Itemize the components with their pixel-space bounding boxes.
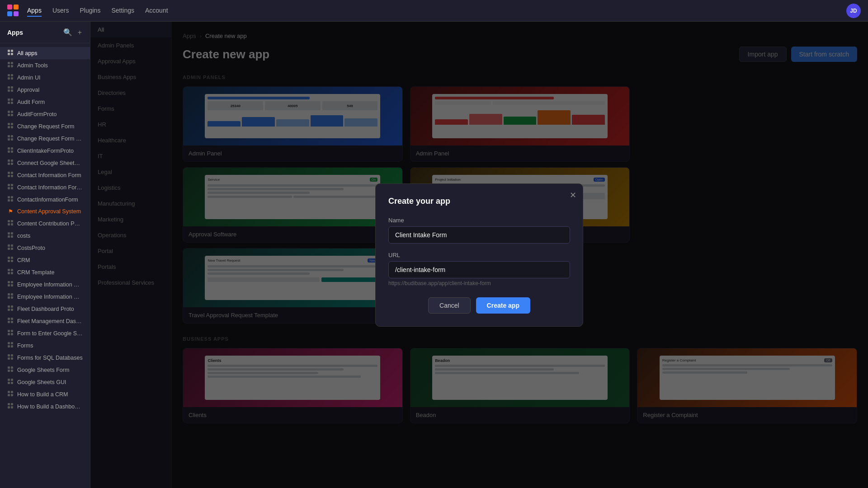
cancel-button[interactable]: Cancel — [428, 297, 471, 314]
svg-rect-59 — [11, 235, 13, 238]
sidebar-label-fleet-mgmt: Fleet Management Dashboard — [17, 318, 83, 324]
sidebar-label-forms-sql: Forms for SQL Databases — [17, 355, 83, 361]
svg-rect-67 — [11, 260, 13, 262]
svg-rect-74 — [8, 284, 10, 286]
sidebar-item-contact-info[interactable]: Contact Information Form — [0, 169, 90, 181]
svg-rect-30 — [8, 138, 10, 141]
sidebar-item-fleet-mgmt[interactable]: Fleet Management Dashboard — [0, 315, 90, 327]
sidebar-item-all-apps[interactable]: All apps — [0, 47, 90, 59]
svg-rect-88 — [8, 330, 10, 332]
svg-rect-14 — [8, 89, 10, 92]
svg-rect-52 — [8, 220, 10, 222]
sidebar-item-google-sheets-data[interactable]: Form to Enter Google Sheets Data — [0, 327, 90, 339]
google-sheets-gui-icon — [7, 379, 14, 385]
sidebar-item-employee-info-proto[interactable]: Employee Information Form Proto — [0, 291, 90, 303]
sidebar-item-contact-info-proto[interactable]: Contact Information Form Proto — [0, 181, 90, 193]
sidebar-item-crm-template[interactable]: CRM Template — [0, 266, 90, 278]
sidebar-item-google-sheets-gui[interactable]: Google Sheets GUI — [0, 376, 90, 388]
sidebar-item-audit-form[interactable]: Audit Form — [0, 96, 90, 108]
costs-icon — [7, 232, 14, 239]
create-app-modal: ✕ Create your app Name URL https://budib… — [375, 183, 583, 327]
svg-rect-38 — [8, 163, 10, 165]
svg-rect-69 — [11, 269, 13, 271]
sidebar-item-approval[interactable]: Approval — [0, 84, 90, 96]
sidebar-item-how-crm[interactable]: How to Build a CRM — [0, 388, 90, 400]
svg-rect-56 — [8, 232, 10, 235]
sidebar-item-costs-proto[interactable]: CostsProto — [0, 242, 90, 254]
create-app-button[interactable]: Create app — [476, 297, 530, 314]
svg-rect-51 — [11, 199, 13, 202]
sidebar-label-audit-form-proto: AuditFormProto — [17, 111, 57, 117]
svg-rect-16 — [8, 99, 10, 101]
svg-rect-64 — [8, 257, 10, 259]
sidebar-label-approval: Approval — [17, 87, 39, 93]
svg-rect-76 — [8, 293, 10, 296]
approval-icon — [7, 86, 14, 93]
svg-rect-114 — [8, 406, 10, 408]
sidebar-item-admin-ui[interactable]: Admin UI — [0, 71, 90, 84]
sidebar: Apps 🔍 + All apps Admin Tools Admin UI — [0, 22, 90, 488]
svg-rect-36 — [8, 160, 10, 162]
crm-icon — [7, 257, 14, 263]
sidebar-item-change-request[interactable]: Change Request Form — [0, 120, 90, 132]
svg-rect-0 — [8, 50, 10, 52]
sidebar-item-forms-sql[interactable]: Forms for SQL Databases — [0, 352, 90, 364]
add-app-button[interactable]: + — [77, 27, 83, 38]
search-button[interactable]: 🔍 — [62, 27, 73, 38]
svg-rect-91 — [11, 333, 13, 335]
sidebar-item-client-intake-proto[interactable]: ClientIntakeFormProto — [0, 145, 90, 157]
svg-rect-78 — [8, 296, 10, 299]
nav-right: JD — [846, 4, 861, 18]
svg-rect-70 — [8, 272, 10, 274]
sidebar-label-crm: CRM — [17, 257, 30, 263]
sidebar-label-connect-google: Connect Google Sheets to Postg... — [17, 160, 83, 166]
sidebar-item-contact-info-form[interactable]: ContactInformationForm — [0, 193, 90, 206]
sidebar-item-fleet-dashboard-proto[interactable]: Fleet Dashboard Proto — [0, 303, 90, 315]
sidebar-item-costs[interactable]: costs — [0, 230, 90, 242]
sidebar-item-crm[interactable]: CRM — [0, 254, 90, 266]
sidebar-item-forms[interactable]: Forms — [0, 339, 90, 352]
svg-rect-101 — [11, 366, 13, 369]
svg-rect-92 — [8, 342, 10, 344]
svg-rect-33 — [11, 147, 13, 150]
content-contrib-icon — [7, 220, 14, 227]
svg-rect-1 — [11, 50, 13, 52]
nav-settings[interactable]: Settings — [111, 5, 134, 17]
sidebar-label-client-intake-proto: ClientIntakeFormProto — [17, 148, 74, 154]
sidebar-item-content-approval[interactable]: ⚑ Content Approval System — [0, 206, 90, 217]
sidebar-item-google-sheets-form[interactable]: Google Sheets Form — [0, 364, 90, 376]
sidebar-item-admin-tools[interactable]: Admin Tools — [0, 59, 90, 71]
admin-tools-icon — [7, 62, 14, 69]
svg-rect-49 — [11, 196, 13, 198]
modal-actions: Cancel Create app — [388, 297, 570, 314]
modal-close-button[interactable]: ✕ — [570, 190, 576, 200]
name-input[interactable] — [388, 226, 570, 244]
svg-rect-77 — [11, 293, 13, 296]
sidebar-item-employee-info[interactable]: Employee Information Form — [0, 278, 90, 291]
nav-users[interactable]: Users — [52, 5, 69, 17]
sidebar-item-content-contrib[interactable]: Content Contribution Portal — [0, 217, 90, 230]
sidebar-label-contact-info-form: ContactInformationForm — [17, 197, 78, 203]
sidebar-item-change-request-proto[interactable]: Change Request Form Proto — [0, 132, 90, 145]
modal-overlay: ✕ Create your app Name URL https://budib… — [90, 22, 868, 488]
sidebar-item-how-dashboard[interactable]: How to Build a Dashboard — [0, 400, 90, 413]
svg-rect-83 — [11, 309, 13, 311]
avatar[interactable]: JD — [846, 4, 861, 18]
sidebar-label-all-apps: All apps — [17, 50, 37, 56]
url-field: URL https://budibase.app/app/client-inta… — [388, 252, 570, 286]
svg-rect-86 — [8, 321, 10, 323]
svg-rect-71 — [11, 272, 13, 274]
url-input[interactable] — [388, 261, 570, 278]
nav-plugins[interactable]: Plugins — [80, 5, 100, 17]
svg-rect-24 — [8, 123, 10, 125]
how-dashboard-icon — [7, 403, 14, 410]
svg-rect-26 — [8, 126, 10, 128]
sidebar-label-contact-info-proto: Contact Information Form Proto — [17, 184, 83, 191]
svg-rect-4 — [8, 62, 10, 64]
sidebar-label-change-request: Change Request Form — [17, 123, 74, 130]
sidebar-item-connect-google[interactable]: Connect Google Sheets to Postg... — [0, 157, 90, 169]
nav-apps[interactable]: Apps — [27, 5, 42, 17]
nav-account[interactable]: Account — [145, 5, 168, 17]
sidebar-item-audit-form-proto[interactable]: AuditFormProto — [0, 108, 90, 120]
svg-rect-87 — [11, 321, 13, 323]
